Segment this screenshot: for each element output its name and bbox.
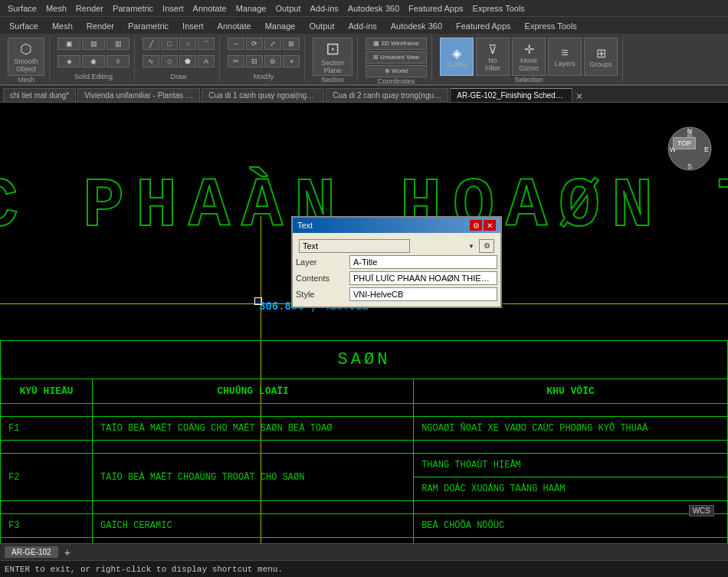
f2-area1: THANG THOAÙT HIEÅM	[414, 454, 728, 477]
no-filter-button[interactable]: ⊽ No Filter	[476, 38, 510, 76]
menu-annotate[interactable]: Annotate	[189, 2, 231, 15]
solid-row2: ◈ ◉ ◊	[57, 55, 130, 67]
menu-insert[interactable]: Insert	[158, 2, 189, 15]
ribbon-tab-insert[interactable]: Insert	[176, 19, 210, 32]
doc-tab-2[interactable]: Cua di 1 canh quay ngoai(nguong nhom)*	[202, 88, 324, 102]
menu-render[interactable]: Render	[71, 2, 108, 15]
modify-btn3[interactable]: ⤢	[264, 38, 281, 50]
solid-btn2[interactable]: ▤	[82, 38, 105, 50]
draw-btn8[interactable]: A	[198, 55, 215, 67]
ribbon-tab-featured[interactable]: Featured Apps	[450, 19, 517, 32]
doc-tab-4[interactable]: AR-GE-102_Finishing Schedule*	[450, 88, 572, 102]
command-area: ENTER to exit, or right-click to display…	[0, 560, 728, 577]
ribbon-tab-annotate[interactable]: Annotate	[212, 19, 257, 32]
menu-output[interactable]: Output	[271, 2, 305, 15]
f3-type-empty	[93, 538, 414, 544]
modify-btn4[interactable]: ⊞	[283, 38, 300, 50]
doc-tab-1[interactable]: Vivienda unifamiliar - Plantas y elevaci…	[77, 88, 200, 102]
solid-btn4[interactable]: ◈	[57, 55, 80, 67]
table-row	[1, 501, 728, 514]
modify-label: Modify	[254, 73, 274, 80]
saon-title-cell: SAØN	[1, 341, 728, 379]
top-view-button[interactable]: TOP	[673, 137, 696, 149]
dialog-titlebar: Text ⚙ ✕	[293, 218, 500, 233]
ribbon-tab-output[interactable]: Output	[303, 19, 340, 32]
solid-btn6[interactable]: ◊	[107, 55, 130, 67]
dialog-settings-button[interactable]: ⚙	[470, 220, 482, 231]
ribbon-group-mesh: ⬡ Smooth Object Mesh	[3, 36, 50, 82]
doc-tab-3[interactable]: Cua di 2 canh quay trong(nguong nhom)*	[326, 88, 448, 102]
ribbon-tabs: Surface Mesh Render Parametric Insert An…	[0, 17, 728, 34]
ribbon-tab-mesh[interactable]: Mesh	[46, 19, 79, 32]
layer-label: Layer	[296, 257, 349, 267]
add-tab-button[interactable]: +	[64, 546, 71, 559]
layer-value: A-Title	[349, 255, 497, 269]
ribbon-group-section: ⊡ Section Plane Section	[308, 36, 358, 82]
solid-btn1[interactable]: ▣	[57, 38, 80, 50]
selection-label: Selection	[514, 76, 543, 84]
modify-row1: ↔ ⟳ ⤢ ⊞	[228, 38, 300, 50]
layers-button[interactable]: ≡ Layers	[548, 38, 582, 76]
menu-mesh[interactable]: Mesh	[41, 2, 71, 15]
close-tab-icon[interactable]: ✕	[576, 91, 583, 102]
draw-btn6[interactable]: ◇	[161, 55, 178, 67]
cad-drawing[interactable]: C PHAÀN HOAØN THIEÂN VA 306.886 , 428.01…	[0, 103, 728, 543]
menu-expresstools[interactable]: Express Tools	[468, 2, 530, 15]
ribbon-tab-a360[interactable]: Autodesk 360	[385, 19, 448, 32]
solid-row: ▣ ▤ ▥	[57, 38, 130, 50]
dialog-style-row: Style VNI-HelveCB	[296, 287, 497, 301]
solid-label: Solid Editing	[74, 73, 113, 80]
filter-label: No Filter	[481, 57, 504, 72]
draw-btn7[interactable]: ⬟	[179, 55, 196, 67]
move-gizmo-button[interactable]: ✛ Move Gizmo	[512, 38, 546, 76]
menu-parametric[interactable]: Parametric	[108, 2, 158, 15]
doc-tab-0[interactable]: chi tiet mat dung*	[3, 88, 76, 102]
table-row	[1, 404, 728, 417]
modify-btn8[interactable]: ⌖	[283, 55, 300, 67]
table-row	[1, 538, 728, 544]
menu-surface[interactable]: Surface	[3, 2, 41, 15]
modify-btn1[interactable]: ↔	[228, 38, 244, 50]
ribbon-tab-express[interactable]: Express Tools	[519, 19, 583, 32]
solid-btn5[interactable]: ◉	[82, 55, 105, 67]
section-plane-button[interactable]: ⊡ Section Plane	[313, 38, 353, 76]
ar-ge-102-tab[interactable]: AR-GE-102	[5, 546, 58, 558]
draw-btn2[interactable]: □	[161, 38, 178, 50]
culling-button[interactable]: ◈ Culling	[440, 38, 474, 76]
coord-btn3[interactable]: ⊕ World	[366, 65, 427, 77]
draw-btn3[interactable]: ○	[179, 38, 196, 50]
menu-addins[interactable]: Add-ins	[305, 2, 343, 15]
menu-autodesk360[interactable]: Autodesk 360	[343, 2, 404, 15]
table-header-row: KYÙ HIEÄU CHUÛNG LOAÏI KHU VÖÏC	[1, 379, 728, 404]
modify-btn7[interactable]: ⊜	[264, 55, 281, 67]
row-empty-area	[414, 404, 728, 417]
ribbon-tab-manage[interactable]: Manage	[259, 19, 302, 32]
smooth-object-button[interactable]: ⬡ Smooth Object	[8, 38, 44, 76]
dialog-action-button[interactable]: ⚙	[479, 239, 494, 253]
dialog-body: Text MText Attribute ⚙ Layer A-Title Con…	[293, 233, 500, 307]
draw-btn5[interactable]: ∿	[143, 55, 159, 67]
document-tabs: chi tiet mat dung* Vivienda unifamiliar …	[0, 86, 728, 103]
modify-btn6[interactable]: ⊟	[246, 55, 263, 67]
ribbon-tab-parametric[interactable]: Parametric	[122, 19, 175, 32]
ribbon-tab-addins[interactable]: Add-ins	[342, 19, 382, 32]
draw-btn1[interactable]: ╱	[143, 38, 159, 50]
solid-btn3[interactable]: ▥	[107, 38, 130, 50]
dialog-close-button[interactable]: ✕	[484, 220, 496, 231]
ribbon-tab-surface[interactable]: Surface	[3, 19, 44, 32]
f1-type: TAÏO BEÀ MAËT COÄNG CHO MAËT SAØN BEÀ TO…	[93, 417, 414, 441]
f1-empty	[1, 441, 93, 454]
view-cube[interactable]: N E S W TOP	[667, 126, 713, 172]
coord-btn1[interactable]: ▦ 2D Wireframe	[366, 38, 427, 50]
text-type-select[interactable]: Text MText Attribute	[299, 239, 410, 253]
modify-btn5[interactable]: ✂	[228, 55, 244, 67]
menu-featuredapps[interactable]: Featured Apps	[404, 2, 468, 15]
dialog-contents-row: Contents PHUÏ LUÏC PHAÀN HOAØN THIEÀN ..…	[296, 271, 497, 285]
draw-btn4[interactable]: ⌒	[198, 38, 215, 50]
ribbon-tab-render[interactable]: Render	[80, 19, 120, 32]
coord-btn2[interactable]: ⊞ Unsaved View	[366, 51, 427, 64]
modify-btn2[interactable]: ⟳	[246, 38, 263, 50]
groups-button[interactable]: ⊞ Groups	[584, 38, 618, 76]
menu-manage[interactable]: Manage	[231, 2, 271, 15]
gizmo-icon: ✛	[524, 42, 534, 57]
